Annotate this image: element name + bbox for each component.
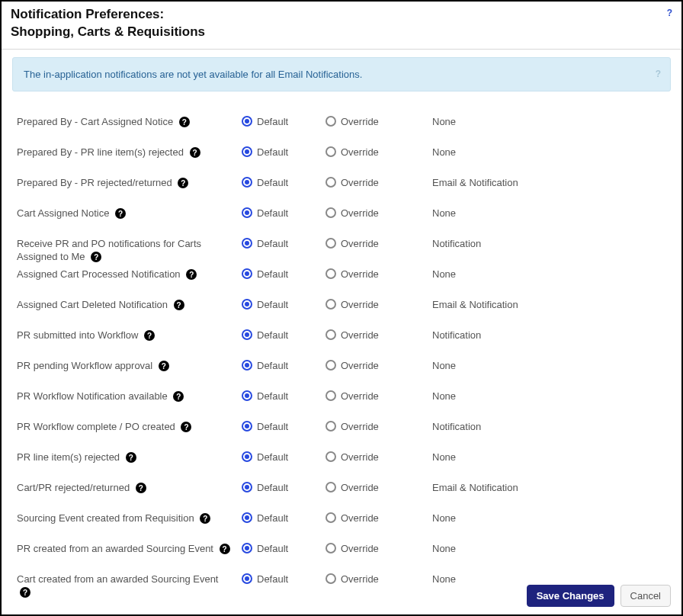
question-icon[interactable]: ? [126,452,136,463]
question-icon[interactable]: ? [136,483,146,493]
default-option[interactable]: Default [242,238,325,249]
question-icon[interactable]: ? [115,208,126,219]
radio-default[interactable] [242,390,252,401]
radio-override[interactable] [325,146,336,157]
override-option[interactable]: Override [325,177,432,188]
override-option[interactable]: Override [325,451,432,463]
radio-default[interactable] [242,116,252,127]
question-icon[interactable]: ? [91,252,101,262]
radio-default-label: Default [257,268,288,280]
default-option[interactable]: Default [242,543,325,554]
radio-override[interactable] [325,390,336,401]
question-icon[interactable]: ? [178,178,188,188]
radio-default[interactable] [242,360,252,371]
override-option[interactable]: Override [325,238,432,249]
radio-override-label: Override [341,543,379,554]
question-icon[interactable]: ? [173,391,184,402]
pref-row: Sourcing Event created from Requisition … [17,512,666,543]
question-icon[interactable]: ? [220,544,230,554]
radio-override[interactable] [325,451,336,462]
cancel-button[interactable]: Cancel [620,585,671,607]
default-option[interactable]: Default [242,512,325,524]
radio-override-label: Override [341,177,379,188]
override-option[interactable]: Override [325,299,432,310]
default-option[interactable]: Default [242,573,325,585]
radio-override[interactable] [325,238,336,249]
radio-default[interactable] [242,543,252,553]
radio-default[interactable] [242,573,252,584]
radio-default[interactable] [242,512,252,523]
question-icon[interactable]: ? [181,422,191,432]
default-option[interactable]: Default [242,482,325,493]
banner-help-icon[interactable]: ? [656,69,661,79]
override-option[interactable]: Override [325,482,432,493]
override-option[interactable]: Override [325,207,432,219]
radio-override[interactable] [325,116,336,127]
override-option[interactable]: Override [325,573,432,585]
pref-label: PR line item(s) rejected ? [17,451,242,464]
radio-default[interactable] [242,299,252,310]
default-option[interactable]: Default [242,360,325,371]
default-option[interactable]: Default [242,329,325,341]
pref-row: PR submitted into Workflow ?DefaultOverr… [17,329,666,360]
default-option[interactable]: Default [242,146,325,158]
info-banner: The in-application notifications are not… [12,57,671,91]
radio-default[interactable] [242,421,252,432]
radio-default[interactable] [242,146,252,157]
question-icon[interactable]: ? [186,269,197,280]
help-icon[interactable]: ? [667,8,672,18]
radio-default[interactable] [242,177,252,188]
override-option[interactable]: Override [325,268,432,280]
default-option[interactable]: Default [242,421,325,432]
save-button[interactable]: Save Changes [527,585,614,607]
radio-override[interactable] [325,482,336,492]
question-icon[interactable]: ? [159,361,169,371]
radio-default[interactable] [242,268,252,279]
pref-label-text: Assigned Cart Processed Notification [17,268,181,280]
radio-override[interactable] [325,421,336,432]
default-option[interactable]: Default [242,177,325,188]
pref-label-text: Prepared By - PR rejected/returned [17,177,172,188]
pref-row: Cart Assigned Notice ?DefaultOverrideNon… [17,207,666,238]
radio-override[interactable] [325,543,336,553]
override-option[interactable]: Override [325,329,432,341]
default-option[interactable]: Default [242,268,325,280]
radio-default[interactable] [242,329,252,340]
override-option[interactable]: Override [325,360,432,371]
question-icon[interactable]: ? [200,513,210,524]
default-option[interactable]: Default [242,299,325,310]
radio-override[interactable] [325,268,336,279]
radio-default-label: Default [257,329,288,341]
radio-override[interactable] [325,299,336,310]
radio-override-label: Override [341,116,379,127]
question-icon[interactable]: ? [144,330,155,341]
pref-row: PR Workflow complete / PO created ?Defau… [17,421,666,451]
default-option[interactable]: Default [242,207,325,219]
question-icon[interactable]: ? [174,300,184,310]
radio-default[interactable] [242,451,252,462]
pref-value: Email & Notification [432,299,666,310]
pref-label-text: Sourcing Event created from Requisition [17,512,194,524]
radio-default[interactable] [242,238,252,249]
radio-override[interactable] [325,177,336,188]
default-option[interactable]: Default [242,451,325,463]
override-option[interactable]: Override [325,390,432,402]
override-option[interactable]: Override [325,146,432,158]
radio-override[interactable] [325,360,336,371]
question-icon[interactable]: ? [20,587,30,598]
question-icon[interactable]: ? [179,117,190,127]
override-option[interactable]: Override [325,116,432,127]
radio-default[interactable] [242,207,252,218]
radio-override[interactable] [325,207,336,218]
pref-label: Cart created from an awarded Sourcing Ev… [17,573,242,599]
override-option[interactable]: Override [325,543,432,554]
radio-override[interactable] [325,329,336,340]
radio-override[interactable] [325,512,336,523]
radio-override[interactable] [325,573,336,584]
default-option[interactable]: Default [242,390,325,402]
radio-default[interactable] [242,482,252,492]
question-icon[interactable]: ? [190,147,200,158]
override-option[interactable]: Override [325,421,432,432]
default-option[interactable]: Default [242,116,325,127]
override-option[interactable]: Override [325,512,432,524]
